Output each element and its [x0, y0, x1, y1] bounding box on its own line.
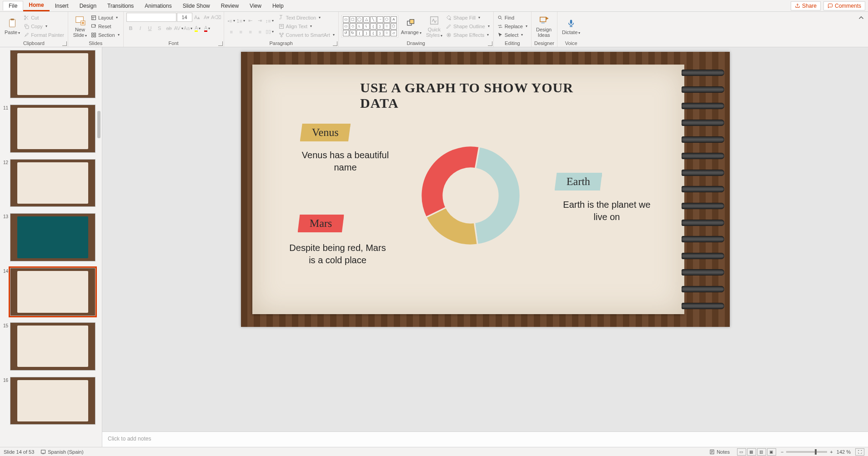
increase-indent-button[interactable]: ⇥: [256, 16, 265, 25]
text-venus[interactable]: Venus has a beautiful name: [296, 149, 396, 174]
view-reading-button[interactable]: ▥: [757, 448, 766, 456]
find-button[interactable]: Find: [497, 14, 528, 22]
drawing-launcher[interactable]: [488, 41, 492, 46]
clear-formatting-button[interactable]: A⌫: [212, 13, 221, 22]
donut-chart[interactable]: [411, 136, 530, 255]
language-indicator[interactable]: Spanish (Spain): [40, 449, 83, 455]
thumbnail-scrollbar[interactable]: [97, 111, 100, 138]
zoom-value[interactable]: 142 %: [837, 449, 851, 455]
slide-thumbnail[interactable]: [10, 213, 95, 261]
tab-help[interactable]: Help: [267, 1, 289, 11]
cut-button[interactable]: Cut: [23, 14, 65, 22]
view-sorter-button[interactable]: ▦: [747, 448, 756, 456]
arrange-button[interactable]: Arrange: [399, 17, 423, 36]
tab-home[interactable]: Home: [23, 0, 49, 11]
notes-pane[interactable]: Click to add notes: [102, 431, 868, 447]
columns-button[interactable]: ▯▯: [265, 27, 274, 36]
line-spacing-button[interactable]: ↕≡: [265, 16, 274, 25]
format-painter-button[interactable]: Format Painter: [23, 31, 65, 39]
text-direction-button[interactable]: Text Direction: [278, 14, 336, 22]
slide-thumbnail[interactable]: [10, 105, 95, 153]
reset-label: Reset: [98, 24, 111, 29]
slide-thumbnail[interactable]: [10, 159, 95, 207]
select-button[interactable]: Select: [497, 31, 528, 39]
tab-file[interactable]: File: [3, 1, 23, 10]
strikethrough-button[interactable]: ab: [165, 24, 174, 33]
tape-label-venus[interactable]: Venus: [300, 124, 350, 141]
text-shadow-button[interactable]: S: [155, 24, 164, 33]
replace-button[interactable]: Replace: [497, 22, 528, 30]
paste-button[interactable]: Paste: [3, 17, 22, 36]
paragraph-launcher[interactable]: [333, 41, 337, 46]
decrease-indent-button[interactable]: ⇤: [246, 16, 255, 25]
numbering-button[interactable]: 1≡: [236, 16, 246, 25]
slide-counter[interactable]: Slide 14 of 53: [4, 449, 34, 455]
fit-to-window-button[interactable]: ⛶: [855, 448, 864, 456]
shape-fill-button[interactable]: Shape Fill: [445, 14, 491, 22]
comments-button[interactable]: Comments: [823, 1, 865, 10]
dictate-button[interactable]: Dictate: [560, 17, 582, 36]
tape-label-earth[interactable]: Earth: [554, 173, 602, 190]
reset-button[interactable]: Reset: [90, 22, 120, 30]
design-ideas-button[interactable]: Design Ideas: [534, 14, 553, 39]
font-size-input[interactable]: 14: [177, 13, 192, 22]
group-label-font: Font: [126, 40, 221, 47]
slide[interactable]: USE A GRAPH TO SHOW YOUR DATA Venus Venu…: [241, 52, 730, 327]
zoom-slider[interactable]: [786, 451, 827, 453]
donut-chart-svg: [411, 136, 530, 255]
char-spacing-button[interactable]: AV: [174, 24, 183, 33]
tab-insert[interactable]: Insert: [50, 1, 74, 11]
text-earth[interactable]: Earth is the planet we live on: [557, 199, 657, 223]
font-name-input[interactable]: [126, 13, 176, 22]
section-button[interactable]: Section: [90, 31, 120, 39]
share-button[interactable]: Share: [791, 1, 821, 10]
shape-effects-button[interactable]: Shape Effects: [445, 31, 491, 39]
slide-thumbnail[interactable]: [10, 377, 95, 425]
smartart-button[interactable]: Convert to SmartArt: [278, 31, 336, 39]
tab-review[interactable]: Review: [216, 1, 244, 11]
align-center-button[interactable]: ≡: [236, 27, 246, 36]
clipboard-launcher[interactable]: [62, 41, 67, 46]
slide-thumbnail-selected[interactable]: [10, 268, 95, 316]
collapse-ribbon-button[interactable]: [857, 14, 865, 22]
layout-button[interactable]: Layout: [90, 14, 120, 22]
slide-canvas[interactable]: USE A GRAPH TO SHOW YOUR DATA Venus Venu…: [102, 47, 868, 431]
slide-thumbnail[interactable]: [10, 50, 95, 98]
bold-button[interactable]: B: [126, 24, 135, 33]
tab-view[interactable]: View: [244, 1, 267, 11]
shapes-gallery[interactable]: ▭▢◯△╲→⬡A ▭◇L⤹{}☆⬠ ↺↻(){}☆▱: [341, 15, 398, 38]
font-color-button[interactable]: A: [203, 24, 212, 33]
text-mars[interactable]: Despite being red, Mars is a cold place: [288, 242, 388, 266]
zoom-out-button[interactable]: −: [781, 449, 783, 455]
copy-button[interactable]: Copy: [23, 22, 65, 30]
tab-animations[interactable]: Animations: [139, 1, 177, 11]
justify-button[interactable]: ≡: [256, 27, 265, 36]
decrease-font-button[interactable]: A▾: [202, 13, 211, 22]
bullets-button[interactable]: •≡: [227, 16, 236, 25]
italic-button[interactable]: I: [136, 24, 145, 33]
zoom-in-button[interactable]: +: [830, 449, 833, 455]
quick-styles-button[interactable]: Quick Styles: [424, 14, 444, 39]
align-right-button[interactable]: ≡: [246, 27, 255, 36]
layout-label: Layout: [98, 15, 113, 20]
increase-font-button[interactable]: A▴: [193, 13, 202, 22]
tab-slideshow[interactable]: Slide Show: [177, 1, 216, 11]
font-highlight-button[interactable]: A: [193, 24, 202, 33]
new-slide-button[interactable]: New Slide: [71, 14, 89, 39]
slide-thumbnail[interactable]: [10, 322, 95, 371]
thumbnail-pane[interactable]: 11 12 13 14 15 16: [0, 47, 102, 447]
tab-transitions[interactable]: Transitions: [102, 1, 139, 11]
change-case-button[interactable]: Aa: [184, 24, 193, 33]
shape-outline-button[interactable]: Shape Outline: [445, 22, 491, 30]
notes-toggle[interactable]: Notes: [709, 449, 730, 455]
underline-button[interactable]: U: [146, 24, 155, 33]
view-slideshow-button[interactable]: ▣: [767, 448, 776, 456]
font-launcher[interactable]: [218, 41, 223, 46]
slide-title[interactable]: USE A GRAPH TO SHOW YOUR DATA: [360, 80, 576, 111]
view-normal-button[interactable]: ▭: [737, 448, 746, 456]
tape-label-mars[interactable]: Mars: [297, 215, 344, 232]
align-left-button[interactable]: ≡: [227, 27, 236, 36]
tab-design[interactable]: Design: [74, 1, 102, 11]
align-text-button[interactable]: Align Text: [278, 22, 336, 30]
align-text-label: Align Text: [286, 24, 308, 29]
